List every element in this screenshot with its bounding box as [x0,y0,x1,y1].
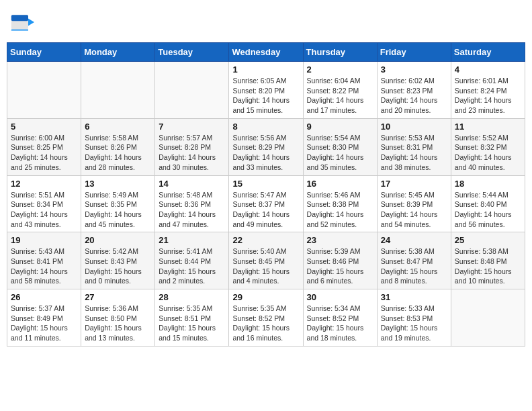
day-info: Sunrise: 6:02 AM Sunset: 8:23 PM Dayligh… [381,76,447,116]
calendar-cell: 13Sunrise: 5:49 AM Sunset: 8:35 PM Dayli… [81,175,155,232]
day-info: Sunrise: 5:34 AM Sunset: 8:52 PM Dayligh… [307,304,373,343]
day-info: Sunrise: 5:44 AM Sunset: 8:40 PM Dayligh… [455,190,521,230]
day-info: Sunrise: 5:56 AM Sunset: 8:29 PM Dayligh… [232,133,299,173]
calendar-header: SundayMondayTuesdayWednesdayThursdayFrid… [7,43,525,62]
day-info: Sunrise: 5:49 AM Sunset: 8:35 PM Dayligh… [85,190,151,230]
calendar-cell: 2Sunrise: 6:04 AM Sunset: 8:22 PM Daylig… [303,62,377,119]
day-number: 7 [159,122,225,132]
day-info: Sunrise: 6:00 AM Sunset: 8:25 PM Dayligh… [11,133,77,173]
calendar-table: SundayMondayTuesdayWednesdayThursdayFrid… [7,42,525,347]
day-number: 19 [11,235,77,245]
day-info: Sunrise: 5:46 AM Sunset: 8:38 PM Dayligh… [307,190,373,230]
day-number: 26 [11,292,77,302]
day-number: 18 [455,179,521,189]
weekday-saturday: Saturday [451,43,525,62]
svg-rect-3 [11,30,28,31]
day-number: 3 [381,64,447,75]
logo [10,10,37,37]
day-info: Sunrise: 5:57 AM Sunset: 8:28 PM Dayligh… [159,133,225,173]
calendar-cell: 25Sunrise: 5:38 AM Sunset: 8:48 PM Dayli… [451,232,525,289]
day-number: 12 [11,179,77,189]
calendar-cell: 4Sunrise: 6:01 AM Sunset: 8:24 PM Daylig… [451,62,525,119]
day-number: 29 [232,292,299,302]
calendar-cell [155,62,229,119]
day-number: 24 [381,235,447,245]
day-number: 22 [232,235,299,245]
calendar-cell: 22Sunrise: 5:40 AM Sunset: 8:45 PM Dayli… [229,232,303,289]
calendar-cell: 24Sunrise: 5:38 AM Sunset: 8:47 PM Dayli… [377,232,451,289]
day-info: Sunrise: 5:38 AM Sunset: 8:48 PM Dayligh… [455,246,521,286]
calendar-week-5: 26Sunrise: 5:37 AM Sunset: 8:49 PM Dayli… [7,289,525,347]
weekday-thursday: Thursday [303,43,377,62]
calendar-cell: 1Sunrise: 6:05 AM Sunset: 8:20 PM Daylig… [229,62,303,119]
calendar-cell: 15Sunrise: 5:47 AM Sunset: 8:37 PM Dayli… [229,175,303,232]
calendar-cell: 7Sunrise: 5:57 AM Sunset: 8:28 PM Daylig… [155,118,229,175]
calendar-week-4: 19Sunrise: 5:43 AM Sunset: 8:41 PM Dayli… [7,232,525,289]
calendar-cell: 14Sunrise: 5:48 AM Sunset: 8:36 PM Dayli… [155,175,229,232]
calendar-cell: 31Sunrise: 5:33 AM Sunset: 8:53 PM Dayli… [377,289,451,347]
calendar-cell [451,289,525,347]
day-number: 21 [159,235,225,245]
day-info: Sunrise: 6:04 AM Sunset: 8:22 PM Dayligh… [307,76,373,116]
day-info: Sunrise: 5:33 AM Sunset: 8:53 PM Dayligh… [381,304,447,343]
day-info: Sunrise: 5:39 AM Sunset: 8:46 PM Dayligh… [307,246,373,286]
day-info: Sunrise: 5:52 AM Sunset: 8:32 PM Dayligh… [455,133,521,173]
calendar-cell: 11Sunrise: 5:52 AM Sunset: 8:32 PM Dayli… [451,118,525,175]
calendar-cell: 28Sunrise: 5:35 AM Sunset: 8:51 PM Dayli… [155,289,229,347]
day-number: 14 [159,179,225,189]
calendar-cell: 20Sunrise: 5:42 AM Sunset: 8:43 PM Dayli… [81,232,155,289]
calendar-cell: 17Sunrise: 5:45 AM Sunset: 8:39 PM Dayli… [377,175,451,232]
day-number: 23 [307,235,373,245]
weekday-friday: Friday [377,43,451,62]
day-number: 16 [307,179,373,189]
day-info: Sunrise: 5:37 AM Sunset: 8:49 PM Dayligh… [11,304,77,343]
day-info: Sunrise: 6:05 AM Sunset: 8:20 PM Dayligh… [232,76,299,116]
day-number: 20 [85,235,151,245]
weekday-monday: Monday [81,43,155,62]
weekday-wednesday: Wednesday [229,43,303,62]
day-number: 1 [232,64,299,75]
calendar-week-1: 1Sunrise: 6:05 AM Sunset: 8:20 PM Daylig… [7,62,525,119]
svg-marker-2 [28,19,34,26]
day-number: 31 [381,292,447,302]
day-number: 13 [85,179,151,189]
day-number: 5 [11,122,77,132]
day-number: 30 [307,292,373,302]
day-number: 8 [232,122,299,132]
day-number: 15 [232,179,299,189]
calendar-cell: 10Sunrise: 5:53 AM Sunset: 8:31 PM Dayli… [377,118,451,175]
day-number: 6 [85,122,151,132]
calendar-cell: 30Sunrise: 5:34 AM Sunset: 8:52 PM Dayli… [303,289,377,347]
day-info: Sunrise: 5:51 AM Sunset: 8:34 PM Dayligh… [11,190,77,230]
weekday-sunday: Sunday [7,43,81,62]
day-number: 25 [455,235,521,245]
day-info: Sunrise: 5:36 AM Sunset: 8:50 PM Dayligh… [85,304,151,343]
calendar-cell: 26Sunrise: 5:37 AM Sunset: 8:49 PM Dayli… [7,289,81,347]
calendar-cell [81,62,155,119]
day-number: 2 [307,64,373,75]
svg-rect-1 [11,15,28,21]
calendar-body: 1Sunrise: 6:05 AM Sunset: 8:20 PM Daylig… [7,62,525,347]
day-number: 4 [455,64,521,75]
day-info: Sunrise: 5:47 AM Sunset: 8:37 PM Dayligh… [232,190,299,230]
day-number: 10 [381,122,447,132]
calendar-cell: 16Sunrise: 5:46 AM Sunset: 8:38 PM Dayli… [303,175,377,232]
day-number: 28 [159,292,225,302]
day-info: Sunrise: 5:54 AM Sunset: 8:30 PM Dayligh… [307,133,373,173]
day-info: Sunrise: 5:58 AM Sunset: 8:26 PM Dayligh… [85,133,151,173]
calendar-cell: 9Sunrise: 5:54 AM Sunset: 8:30 PM Daylig… [303,118,377,175]
weekday-tuesday: Tuesday [155,43,229,62]
day-info: Sunrise: 5:48 AM Sunset: 8:36 PM Dayligh… [159,190,225,230]
day-number: 27 [85,292,151,302]
calendar-cell: 27Sunrise: 5:36 AM Sunset: 8:50 PM Dayli… [81,289,155,347]
calendar-cell: 21Sunrise: 5:41 AM Sunset: 8:44 PM Dayli… [155,232,229,289]
calendar-week-2: 5Sunrise: 6:00 AM Sunset: 8:25 PM Daylig… [7,118,525,175]
calendar-cell: 8Sunrise: 5:56 AM Sunset: 8:29 PM Daylig… [229,118,303,175]
day-info: Sunrise: 5:35 AM Sunset: 8:52 PM Dayligh… [232,304,299,343]
day-info: Sunrise: 5:38 AM Sunset: 8:47 PM Dayligh… [381,246,447,286]
day-info: Sunrise: 5:43 AM Sunset: 8:41 PM Dayligh… [11,246,77,286]
weekday-header-row: SundayMondayTuesdayWednesdayThursdayFrid… [7,43,525,62]
day-number: 9 [307,122,373,132]
calendar-cell: 3Sunrise: 6:02 AM Sunset: 8:23 PM Daylig… [377,62,451,119]
calendar-cell: 19Sunrise: 5:43 AM Sunset: 8:41 PM Dayli… [7,232,81,289]
